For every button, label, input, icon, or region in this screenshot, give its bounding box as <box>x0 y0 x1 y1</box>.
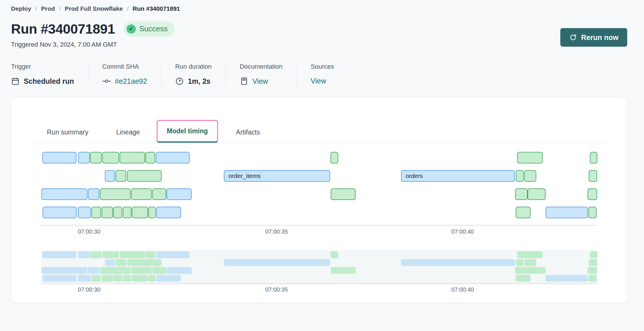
model-bar[interactable] <box>152 188 166 200</box>
model-bar[interactable] <box>88 188 99 200</box>
model-bar[interactable] <box>516 170 524 182</box>
meta-label: Sources <box>311 63 334 70</box>
meta-documentation: Documentation View <box>226 63 297 86</box>
meta-sources: Sources View <box>297 63 348 86</box>
timing-overview-minimap[interactable]: 07:00:3007:00:3507:00:40 <box>41 250 598 296</box>
model-bar <box>528 267 546 274</box>
model-bar <box>546 275 588 282</box>
model-bar[interactable] <box>90 152 102 163</box>
axis-tick-label: 07:00:30 <box>78 228 100 235</box>
model-bar-order_items <box>224 259 330 266</box>
model-bar[interactable] <box>78 152 90 163</box>
calendar-icon <box>11 77 20 86</box>
model-bar <box>78 275 91 282</box>
axis-tick-label: 07:00:40 <box>451 286 474 293</box>
meta-label: Documentation <box>240 63 283 70</box>
model-bar[interactable] <box>524 170 536 182</box>
commit-sha-link[interactable]: #e21ae92 <box>102 77 147 86</box>
model-bar[interactable] <box>41 188 87 200</box>
deploy-run-page: Deploy / Prod / Prod Full Snowflake / Ru… <box>0 0 644 331</box>
model-bar[interactable] <box>517 152 543 163</box>
model-bar[interactable] <box>148 207 156 218</box>
model-bar[interactable] <box>588 188 597 200</box>
model-bar <box>517 251 543 258</box>
model-bar[interactable] <box>167 188 192 200</box>
model-bar <box>331 267 356 274</box>
meta-commit-sha: Commit SHA #e21ae92 <box>88 63 161 86</box>
axis-tick-label: 07:00:30 <box>78 286 100 293</box>
breadcrumb-prod[interactable]: Prod <box>41 5 55 12</box>
model-bar-orders[interactable]: orders <box>401 170 515 182</box>
model-bar[interactable] <box>528 188 546 200</box>
model-bar <box>120 251 145 258</box>
model-bar[interactable] <box>131 188 152 200</box>
rerun-now-button[interactable]: Rerun now <box>560 28 627 47</box>
model-bar[interactable] <box>113 207 122 218</box>
model-bar[interactable] <box>105 170 115 182</box>
model-bar[interactable] <box>92 207 101 218</box>
breadcrumb: Deploy / Prod / Prod Full Snowflake / Ru… <box>11 5 627 12</box>
documentation-view-link[interactable]: View <box>240 77 283 86</box>
meta-value-trigger: Scheduled run <box>11 77 74 86</box>
model-bar-orders <box>401 259 515 266</box>
model-bar[interactable] <box>145 152 155 163</box>
model-bar[interactable] <box>589 170 597 182</box>
model-bar[interactable] <box>42 152 76 163</box>
model-bar[interactable] <box>78 207 91 218</box>
model-bar <box>589 259 597 266</box>
duration-value: 1m, 2s <box>188 77 211 86</box>
model-bar[interactable] <box>515 188 528 200</box>
model-bar[interactable] <box>102 207 113 218</box>
model-bar <box>515 267 528 274</box>
model-bar <box>588 275 597 282</box>
minimap-row <box>41 259 598 266</box>
model-bar <box>516 259 524 266</box>
model-bar-label: orders <box>402 171 515 181</box>
model-bar-order_items[interactable]: order_items <box>224 170 330 182</box>
minimap-rows[interactable] <box>41 250 598 284</box>
model-bar[interactable] <box>588 207 597 218</box>
commit-sha-value: #e21ae92 <box>115 77 147 86</box>
meta-run-duration: Run duration 1m, 2s <box>161 63 226 86</box>
rerun-now-label: Rerun now <box>581 33 619 42</box>
model-bar[interactable] <box>156 152 190 163</box>
model-bar[interactable] <box>127 170 162 182</box>
model-bar[interactable] <box>120 152 145 163</box>
model-bar <box>516 275 530 282</box>
tab-bar: Run summary Lineage Model timing Artifac… <box>28 97 610 143</box>
model-bar[interactable] <box>123 207 131 218</box>
gantt-row <box>41 152 598 163</box>
model-bar[interactable] <box>132 207 148 218</box>
model-bar[interactable] <box>331 188 356 200</box>
model-bar[interactable] <box>516 207 530 218</box>
model-bar[interactable] <box>100 188 131 200</box>
meta-trigger: Trigger Scheduled run <box>11 63 88 86</box>
model-bar[interactable] <box>156 207 181 218</box>
sources-view-link[interactable]: View <box>311 77 334 85</box>
minimap-time-axis: 07:00:3007:00:3507:00:40 <box>41 284 598 296</box>
minimap-row <box>41 275 598 282</box>
breadcrumb-environment[interactable]: Prod Full Snowflake <box>65 5 123 12</box>
model-bar[interactable] <box>590 152 597 163</box>
model-bar <box>131 267 152 274</box>
breadcrumb-deploy[interactable]: Deploy <box>11 5 31 12</box>
status-badge-label: Success <box>139 24 168 33</box>
tab-artifacts[interactable]: Artifacts <box>234 122 262 143</box>
model-bar[interactable] <box>102 152 119 163</box>
triggered-timestamp: Triggered Nov 3, 2024, 7:00 AM GMT <box>11 41 627 48</box>
documentation-view-label: View <box>253 77 268 86</box>
tab-lineage[interactable]: Lineage <box>114 122 142 143</box>
model-bar[interactable] <box>330 152 338 163</box>
model-bar[interactable] <box>43 207 77 218</box>
tab-model-timing[interactable]: Model timing <box>157 120 218 143</box>
model-bar[interactable] <box>546 207 588 218</box>
model-bar <box>156 251 190 258</box>
model-bar[interactable] <box>116 170 126 182</box>
run-metadata: Trigger Scheduled run Commit SHA <box>11 63 627 86</box>
model-bar-label: order_items <box>224 171 330 181</box>
commit-icon <box>102 77 111 86</box>
page-title: Run #340071891 <box>11 21 115 37</box>
tab-run-summary[interactable]: Run summary <box>45 122 90 143</box>
meta-label: Run duration <box>175 63 212 70</box>
meta-value-duration: 1m, 2s <box>175 77 212 86</box>
